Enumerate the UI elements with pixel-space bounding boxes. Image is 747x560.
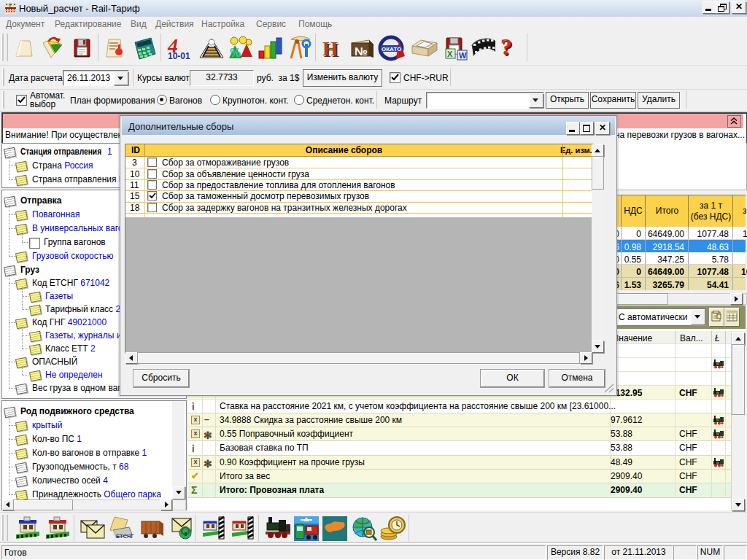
svg-text:W: W — [459, 51, 467, 60]
svg-text:X: X — [447, 50, 453, 58]
svg-text:%: % — [230, 46, 241, 60]
svg-text:№: № — [355, 45, 368, 58]
svg-text:ОКАТО: ОКАТО — [382, 46, 401, 52]
svg-text:ЕТСНГ: ЕТСНГ — [116, 533, 134, 540]
